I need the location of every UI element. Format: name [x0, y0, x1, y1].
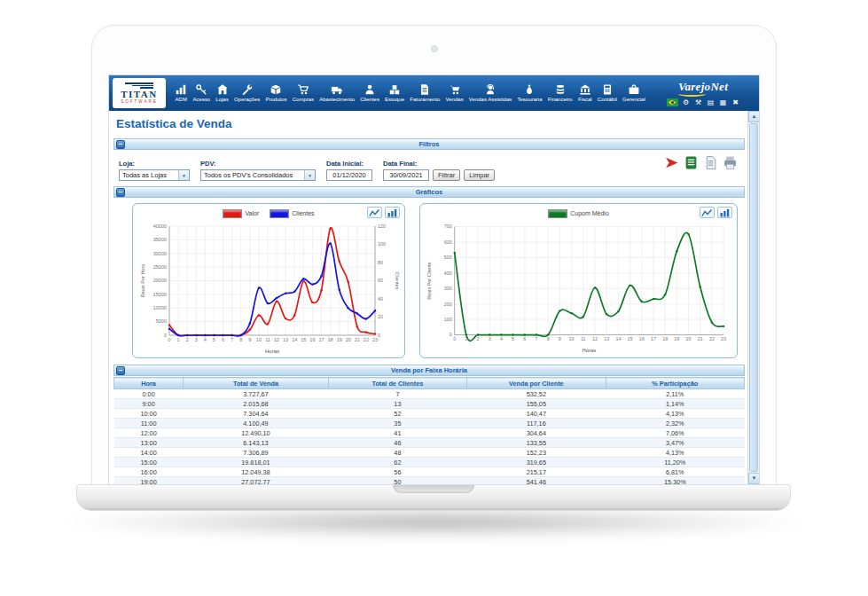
settings-icon[interactable]: ⚙ [682, 98, 691, 107]
toolbar-item-label: Financeiro [548, 97, 573, 102]
toolbar-item-operacoes[interactable]: Operações [234, 83, 260, 102]
toolbar-item-label: Tesouraria [517, 97, 542, 102]
cupom-medio-chart-panel: Cupom Médio 0100200300400500600700012345… [419, 203, 738, 358]
doc-export-icon[interactable] [703, 155, 718, 170]
svg-text:17: 17 [651, 336, 656, 341]
limpar-button[interactable]: Limpar [464, 169, 495, 181]
laptop-lid-notch [393, 485, 474, 493]
toolbar-item-estoque[interactable]: Estoque [385, 83, 404, 102]
store-icon [216, 83, 229, 96]
svg-text:5: 5 [213, 337, 215, 342]
legend-swatch [223, 209, 242, 218]
pdv-label: PDV: [200, 160, 316, 168]
exit-icon[interactable]: ✖ [731, 98, 740, 107]
toolbar-item-vendas[interactable]: Vendas [446, 83, 464, 102]
titan-logo[interactable]: TITAN SOFTWARE [113, 78, 166, 108]
print-icon[interactable] [723, 155, 738, 170]
svg-text:40000: 40000 [153, 224, 167, 229]
toolbar-item-label: Lojas [215, 97, 228, 102]
svg-text:4: 4 [500, 336, 503, 341]
printer-icon[interactable]: ▤ [707, 98, 716, 107]
svg-text:0: 0 [450, 332, 452, 337]
svg-text:120: 120 [378, 224, 386, 229]
svg-text:Reais Por Hora: Reais Por Hora [140, 263, 145, 298]
toolbar-item-financeiro[interactable]: Financeiro [548, 83, 573, 102]
toolbar-item-label: Faturamento [410, 97, 440, 102]
data-inicial-input[interactable] [326, 169, 372, 181]
svg-text:17: 17 [318, 337, 324, 342]
toolbar-item-gerencial[interactable]: Gerencial [622, 83, 645, 102]
toolbar-item-vendas-assistidas[interactable]: Vendas Assistidas [469, 83, 512, 102]
charts-section-bar: Gráficos [113, 186, 745, 198]
invoice-icon [418, 83, 431, 96]
table-section-label: Venda por Faixa Horária [391, 366, 467, 374]
toolbar-item-compras[interactable]: Compras [293, 83, 314, 102]
data-final-input[interactable] [383, 169, 429, 181]
data-inicial-label: Data Inicial: [326, 160, 372, 168]
bar-chart-icon [175, 83, 187, 96]
stock-icon [388, 83, 401, 96]
loja-select[interactable]: Todas as Lojas [119, 169, 190, 181]
excel-export-icon[interactable] [684, 155, 699, 170]
toolbar-item-abastecimento[interactable]: Abastecimento [319, 83, 355, 102]
toolbar-item-lojas[interactable]: Lojas [215, 83, 228, 102]
truck-icon [331, 83, 343, 96]
svg-text:5: 5 [512, 336, 514, 341]
cart-icon [297, 83, 309, 96]
svg-text:10: 10 [256, 337, 262, 342]
pdv-select[interactable]: Todos os PDV's Consolidados [200, 169, 316, 181]
svg-text:22: 22 [709, 336, 715, 341]
svg-text:Reais Por Cliente: Reais Por Cliente [426, 262, 432, 299]
table-row: 19:0027.072,7750541,4615,30% [114, 477, 745, 485]
assisted-sale-icon [484, 83, 497, 96]
bar-chart-toggle-button[interactable] [717, 207, 732, 218]
calculator-icon[interactable]: ▦ [719, 98, 728, 107]
svg-text:8: 8 [239, 337, 242, 342]
main-content: Estatística de Venda Filtros Loja: Todas… [109, 111, 747, 484]
toolbar-item-faturamento[interactable]: Faturamento [410, 83, 440, 102]
collapse-table-button[interactable] [116, 366, 125, 375]
svg-text:10: 10 [569, 336, 575, 341]
line-chart-toggle-button[interactable] [700, 207, 715, 218]
toolbar-item-contabil[interactable]: Contábil [598, 83, 617, 102]
table-row: 12:0012.490,1041304,647,06% [114, 428, 745, 438]
toolbar-item-tesouraria[interactable]: Tesouraria [517, 83, 542, 102]
svg-text:0: 0 [453, 336, 456, 341]
line-chart-toggle-button[interactable] [367, 207, 382, 218]
toolbar-item-fiscal[interactable]: Fiscal [578, 83, 592, 102]
svg-text:Horas: Horas [582, 348, 596, 353]
collapse-charts-button[interactable] [116, 188, 125, 197]
toolbar-item-adm[interactable]: ADM [175, 83, 187, 102]
scroll-down-arrow-icon[interactable] [748, 473, 760, 484]
svg-text:18: 18 [328, 337, 333, 342]
tools-icon[interactable]: ⚒ [694, 98, 703, 107]
toolbar-item-label: Gerencial [622, 97, 645, 102]
column-header-venda-por-cliente: Venda por Cliente [467, 378, 606, 389]
column-header-total-de-clientes: Total de Clientes [328, 378, 466, 389]
toolbar-item-acesso[interactable]: Acesso [192, 83, 210, 102]
brazil-flag-icon[interactable] [667, 98, 678, 106]
collapse-filters-button[interactable] [116, 140, 125, 149]
toolbar-item-produtos[interactable]: Produtos [265, 83, 286, 102]
page-background: { "colors": { "toolbar_blue": "#1b64af",… [0, 0, 868, 596]
svg-text:30000: 30000 [153, 251, 167, 256]
svg-text:16: 16 [639, 336, 645, 341]
toolbar-item-label: Contábil [598, 97, 617, 102]
svg-text:10000: 10000 [153, 305, 167, 310]
table-row: 14:007.306,8948152,234,13% [114, 448, 745, 458]
bar-chart-toggle-button[interactable] [385, 207, 400, 218]
svg-text:3: 3 [195, 337, 198, 342]
scroll-up-arrow-icon[interactable] [748, 111, 760, 122]
titan-logo-title: TITAN [121, 90, 158, 99]
svg-text:6: 6 [523, 336, 526, 341]
export-icon[interactable] [664, 155, 679, 170]
filtrar-button[interactable]: Filtrar [433, 169, 460, 181]
svg-text:23: 23 [721, 336, 726, 341]
toolbar-item-clientes[interactable]: Clientes [360, 83, 379, 102]
scrollbar-thumb[interactable] [749, 123, 758, 472]
svg-text:14: 14 [615, 336, 621, 341]
svg-text:15000: 15000 [153, 292, 167, 297]
svg-text:12: 12 [274, 337, 279, 342]
vertical-scrollbar[interactable] [747, 111, 759, 484]
svg-text:15: 15 [628, 336, 633, 341]
